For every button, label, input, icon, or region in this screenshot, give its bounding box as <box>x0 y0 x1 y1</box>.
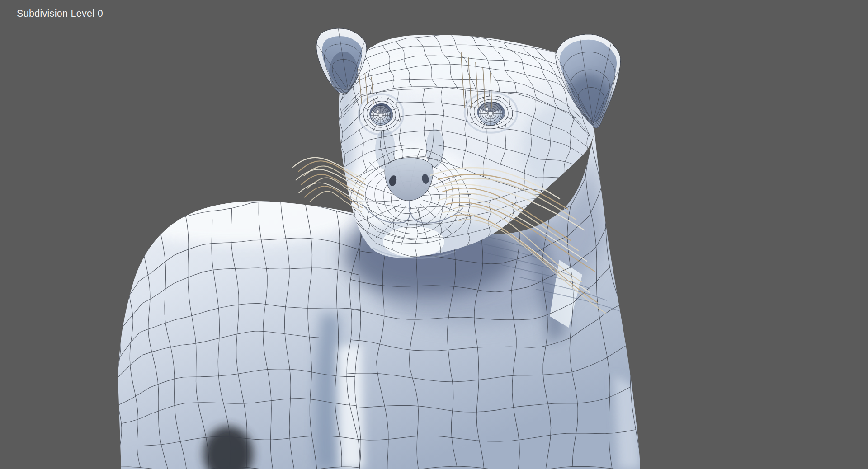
right-eye <box>465 92 517 133</box>
model-render-canvas <box>0 0 868 469</box>
subdivision-level-label: Subdivision Level 0 <box>17 8 103 19</box>
render-viewport: Subdivision Level 0 <box>0 0 868 469</box>
left-eye <box>359 94 404 135</box>
